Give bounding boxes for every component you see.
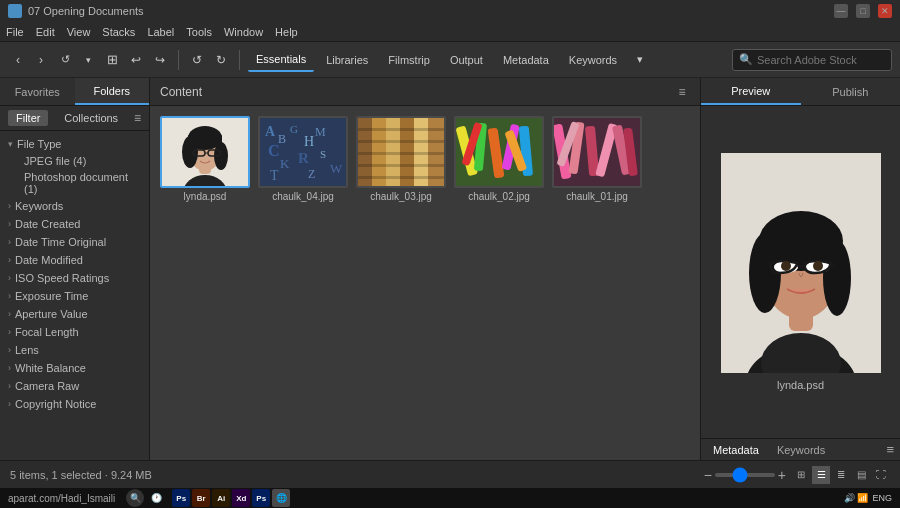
white-balance-section[interactable]: › White Balance <box>0 359 149 377</box>
menu-view[interactable]: View <box>67 26 91 38</box>
exposure-section[interactable]: › Exposure Time <box>0 287 149 305</box>
collections-button[interactable]: Collections <box>64 112 118 124</box>
thumbnail-lynda[interactable]: lynda.psd <box>160 116 250 202</box>
copyright-section[interactable]: › Copyright Notice <box>0 395 149 413</box>
taskbar-search-icon[interactable]: 🔍 <box>126 489 144 507</box>
tab-metadata-bottom[interactable]: Metadata <box>707 442 765 458</box>
filter-button[interactable]: Filter <box>8 110 48 126</box>
lens-arrow: › <box>8 345 11 355</box>
nav-forward-button[interactable]: › <box>31 50 51 70</box>
nav-back-button[interactable]: ‹ <box>8 50 28 70</box>
thumb-img-wrap-chaulk02 <box>454 116 544 188</box>
history-button[interactable]: ↺ <box>55 50 75 70</box>
file-type-psd[interactable]: Photoshop document (1) <box>0 169 149 197</box>
taskbar-app-ps2[interactable]: Ps <box>252 489 270 507</box>
more-tabs-button[interactable]: ▾ <box>629 48 651 72</box>
menubar: File Edit View Stacks Label Tools Window… <box>0 22 900 42</box>
svg-rect-60 <box>763 225 839 253</box>
thumb-img-wrap-chaulk03 <box>356 116 446 188</box>
recent-button[interactable]: ▾ <box>78 50 98 70</box>
menu-tools[interactable]: Tools <box>186 26 212 38</box>
taskbar-app-bridge[interactable]: Br <box>192 489 210 507</box>
preview-panel: Preview Publish <box>700 78 900 460</box>
thumbnail-chaulk01[interactable]: chaulk_01.jpg <box>552 116 642 202</box>
date-created-section[interactable]: › Date Created <box>0 215 149 233</box>
close-button[interactable]: ✕ <box>878 4 892 18</box>
redo-button[interactable]: ↻ <box>211 50 231 70</box>
thumbnail-chaulk04[interactable]: A B C G H K M R S T W Z chaulk_04.jpg <box>258 116 348 202</box>
search-input[interactable] <box>757 54 885 66</box>
rotate-right-button[interactable]: ↪ <box>150 50 170 70</box>
zoom-slider[interactable] <box>715 473 775 477</box>
menu-stacks[interactable]: Stacks <box>102 26 135 38</box>
svg-text:M: M <box>315 125 326 139</box>
tab-libraries[interactable]: Libraries <box>318 48 376 72</box>
menu-window[interactable]: Window <box>224 26 263 38</box>
thumb-label-chaulk04: chaulk_04.jpg <box>258 191 348 202</box>
svg-text:H: H <box>304 134 314 149</box>
taskbar-app-chrome[interactable]: 🌐 <box>272 489 290 507</box>
content-menu-button[interactable]: ≡ <box>674 84 690 100</box>
tab-filmstrip[interactable]: Filmstrip <box>380 48 438 72</box>
menu-file[interactable]: File <box>6 26 24 38</box>
grid-view-button[interactable]: ⊞ <box>792 466 810 484</box>
tab-keywords-bottom[interactable]: Keywords <box>771 442 831 458</box>
taskbar-app-ps[interactable]: Ps <box>172 489 190 507</box>
date-time-original-section[interactable]: › Date Time Original <box>0 233 149 251</box>
tab-folders[interactable]: Folders <box>75 78 150 105</box>
zoom-in-button[interactable]: + <box>778 467 786 483</box>
menu-label[interactable]: Label <box>147 26 174 38</box>
iso-section[interactable]: › ISO Speed Ratings <box>0 269 149 287</box>
thumbnail-chaulk02[interactable]: chaulk_02.jpg <box>454 116 544 202</box>
detail-view-button[interactable]: ≣ <box>832 466 850 484</box>
content-header-right: ≡ <box>674 84 690 100</box>
focal-length-label: Focal Length <box>15 326 79 338</box>
filmstrip-view-button[interactable]: ▤ <box>852 466 870 484</box>
focal-length-section[interactable]: › Focal Length <box>0 323 149 341</box>
thumb-img-wrap-chaulk04: A B C G H K M R S T W Z <box>258 116 348 188</box>
camera-raw-section[interactable]: › Camera Raw <box>0 377 149 395</box>
filter-options-button[interactable]: ≡ <box>134 111 141 125</box>
undo-button[interactable]: ↺ <box>187 50 207 70</box>
exposure-arrow: › <box>8 291 11 301</box>
date-created-arrow: › <box>8 219 11 229</box>
tab-publish[interactable]: Publish <box>801 78 901 105</box>
aperture-arrow: › <box>8 309 11 319</box>
tab-preview[interactable]: Preview <box>701 78 801 105</box>
list-view-button[interactable]: ☰ <box>812 466 830 484</box>
date-modified-section[interactable]: › Date Modified <box>0 251 149 269</box>
taskbar-app-xd[interactable]: Xd <box>232 489 250 507</box>
fullscreen-view-button[interactable]: ⛶ <box>872 466 890 484</box>
history-controls: ↺ ▾ <box>55 50 98 70</box>
camera-button[interactable]: ⊞ <box>102 50 122 70</box>
aperture-section[interactable]: › Aperture Value <box>0 305 149 323</box>
statusbar: 5 items, 1 selected · 9.24 MB − + ⊞ ☰ ≣ … <box>0 460 900 488</box>
tab-essentials[interactable]: Essentials <box>248 48 314 72</box>
minimize-button[interactable]: — <box>834 4 848 18</box>
status-info: 5 items, 1 selected · 9.24 MB <box>10 469 152 481</box>
file-type-section-header[interactable]: ▾ File Type <box>0 135 149 153</box>
tab-keywords[interactable]: Keywords <box>561 48 625 72</box>
zoom-out-button[interactable]: − <box>704 467 712 483</box>
meta-options-button[interactable]: ≡ <box>886 442 894 457</box>
menu-help[interactable]: Help <box>275 26 298 38</box>
preview-filename: lynda.psd <box>777 379 824 391</box>
date-modified-arrow: › <box>8 255 11 265</box>
rotate-left-button[interactable]: ↩ <box>126 50 146 70</box>
tab-favorites[interactable]: Favorites <box>0 78 75 105</box>
tab-output[interactable]: Output <box>442 48 491 72</box>
maximize-button[interactable]: □ <box>856 4 870 18</box>
exposure-label: Exposure Time <box>15 290 88 302</box>
menu-edit[interactable]: Edit <box>36 26 55 38</box>
taskbar-app-ai[interactable]: Ai <box>212 489 230 507</box>
tab-metadata[interactable]: Metadata <box>495 48 557 72</box>
keywords-section[interactable]: › Keywords <box>0 197 149 215</box>
thumbnail-chaulk03[interactable]: chaulk_03.jpg <box>356 116 446 202</box>
svg-text:W: W <box>330 161 343 176</box>
file-type-jpeg[interactable]: JPEG file (4) <box>0 153 149 169</box>
lens-section[interactable]: › Lens <box>0 341 149 359</box>
taskbar: aparat.com/Hadi_Ismaili 🔍 🕐 Ps Br Ai Xd … <box>0 488 900 508</box>
search-box[interactable]: 🔍 <box>732 49 892 71</box>
svg-rect-33 <box>358 152 444 155</box>
camera-raw-label: Camera Raw <box>15 380 79 392</box>
